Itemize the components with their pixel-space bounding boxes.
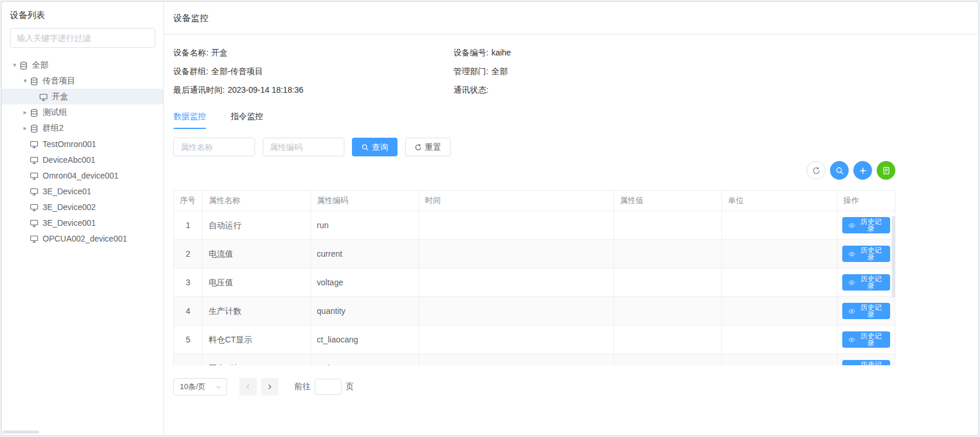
attribute-table-wrapper: 序号 属性名称 属性编码 时间 属性值 单位 操作 1 自动运行	[173, 190, 895, 365]
tab-command-monitor[interactable]: 指令监控	[231, 110, 263, 129]
history-button[interactable]: 历史记录	[842, 303, 890, 319]
caret-right-icon[interactable]: ▸	[20, 124, 30, 132]
table-vertical-scrollbar[interactable]	[892, 216, 895, 298]
chevron-down-icon	[215, 384, 222, 390]
tree-node-label: 开盒	[52, 92, 68, 102]
col-attr-code: 属性编码	[311, 191, 418, 211]
info-value: kaihe	[491, 48, 511, 57]
cell-time	[419, 354, 614, 366]
cell-unit	[722, 211, 838, 240]
cell-index: 3	[174, 268, 203, 297]
history-button[interactable]: 历史记录	[842, 360, 890, 365]
tree-node-group[interactable]: ▾ 传音项目	[2, 73, 163, 89]
page-unit-label: 页	[346, 382, 354, 392]
caret-right-icon[interactable]: ▸	[20, 109, 30, 116]
eye-icon	[848, 222, 855, 229]
add-button[interactable]	[853, 161, 872, 180]
tree-node-all[interactable]: ▾ 全部	[2, 57, 163, 73]
tree-node-label: 群组2	[43, 123, 64, 134]
cell-index: 2	[174, 240, 203, 268]
monitor-icon	[30, 234, 39, 243]
tree-node-device-selected[interactable]: 开盒	[2, 89, 163, 104]
device-list-sidebar: 设备列表 ▾ 全部 ▾ 传音项目 开盒 ▸ 测试组	[2, 2, 164, 435]
next-page-button[interactable]	[261, 378, 278, 396]
tree-node-device[interactable]: 3E_Device01	[2, 183, 163, 199]
cell-unit	[722, 268, 838, 297]
query-button[interactable]: 查询	[352, 138, 397, 156]
info-value: 全部	[491, 67, 508, 76]
col-index: 序号	[174, 191, 203, 211]
history-button[interactable]: 历史记录	[842, 274, 890, 291]
cell-attr-value	[613, 268, 721, 297]
monitor-tabs: 数据监控 指令监控	[173, 110, 895, 129]
reset-button[interactable]: 重置	[405, 138, 451, 156]
col-unit: 单位	[722, 191, 838, 211]
page-size-select[interactable]: 10条/页	[173, 378, 227, 396]
tree-node-device[interactable]: Omron04_device001	[2, 167, 163, 183]
goto-page-input[interactable]	[315, 379, 341, 395]
export-button[interactable]	[877, 161, 895, 180]
tree-node-group[interactable]: ▸ 测试组	[2, 104, 163, 120]
device-filter-input[interactable]	[10, 28, 155, 48]
cell-unit	[722, 297, 838, 326]
tree-node-device[interactable]: OPCUA002_device001	[2, 230, 163, 246]
info-department: 管理部门:全部	[454, 66, 895, 77]
cell-attr-name: 料仓CT显示	[203, 326, 311, 354]
cell-attr-name: 自动运行	[203, 211, 311, 240]
table-row: 3 电压值 voltage 历史记录	[174, 268, 895, 297]
cell-time	[419, 297, 614, 326]
attribute-table: 序号 属性名称 属性编码 时间 属性值 单位 操作 1 自动运行	[173, 190, 895, 365]
tree-node-device[interactable]: DeviceAbc001	[2, 152, 163, 167]
database-icon	[30, 124, 39, 133]
cell-index: 1	[174, 211, 203, 240]
tree-node-label: DeviceAbc001	[43, 155, 95, 165]
tab-data-monitor[interactable]: 数据监控	[173, 110, 206, 129]
attr-code-input[interactable]	[263, 138, 344, 156]
cell-attr-name: 开盒B站CT	[203, 354, 311, 366]
history-button[interactable]: 历史记录	[842, 217, 890, 233]
refresh-button[interactable]	[807, 161, 825, 180]
tree-node-device[interactable]: 3E_Device001	[2, 215, 163, 230]
cell-time	[419, 211, 614, 240]
attr-name-input[interactable]	[173, 138, 255, 156]
tree-node-device[interactable]: 3E_Device002	[2, 199, 163, 215]
cell-attr-value	[613, 211, 721, 240]
table-row: 1 自动运行 run 历史记录	[174, 211, 895, 240]
sidebar-horizontal-scrollbar[interactable]	[3, 431, 39, 433]
cell-attr-name: 生产计数	[203, 297, 311, 326]
cell-attr-value	[613, 354, 721, 366]
history-button[interactable]: 历史记录	[842, 246, 890, 262]
monitor-icon	[30, 218, 39, 228]
tree-node-group[interactable]: ▸ 群组2	[2, 120, 163, 136]
database-icon	[30, 76, 39, 86]
info-last-comm-time: 最后通讯时间:2023-09-14 18:18:36	[173, 85, 454, 96]
caret-down-icon[interactable]: ▾	[20, 77, 30, 85]
chevron-right-icon	[266, 383, 273, 390]
tree-node-label: 测试组	[43, 107, 67, 118]
pagination: 10条/页 前往 页	[173, 378, 895, 408]
device-info: 设备名称:开盒 设备编号:kaihe 设备群组:全部-传音项目 管理部门:全部 …	[173, 34, 895, 110]
cell-time	[419, 326, 614, 354]
history-button[interactable]: 历史记录	[842, 331, 890, 348]
tree-node-label: 3E_Device002	[43, 202, 96, 212]
caret-down-icon[interactable]: ▾	[10, 61, 19, 69]
search-toggle-button[interactable]	[830, 161, 849, 180]
cell-attr-code: ct_liaocang	[311, 326, 418, 354]
prev-page-button[interactable]	[239, 378, 257, 396]
tree-node-label: OPCUA002_device001	[43, 234, 127, 243]
plus-icon	[859, 166, 867, 175]
document-icon	[882, 166, 891, 175]
cell-unit	[722, 240, 838, 268]
chevron-left-icon	[245, 383, 252, 390]
search-icon	[361, 144, 369, 151]
tree-node-label: Omron04_device001	[43, 171, 118, 180]
info-value: 2023-09-14 18:18:36	[228, 85, 304, 95]
col-attr-value: 属性值	[613, 191, 721, 211]
database-icon	[30, 108, 39, 117]
table-toolbar	[173, 161, 895, 180]
refresh-icon	[812, 166, 821, 175]
tree-node-device[interactable]: TestOmron001	[2, 136, 163, 152]
cell-time	[419, 268, 614, 297]
cell-attr-code: quantity	[311, 297, 418, 326]
monitor-icon	[30, 139, 39, 149]
